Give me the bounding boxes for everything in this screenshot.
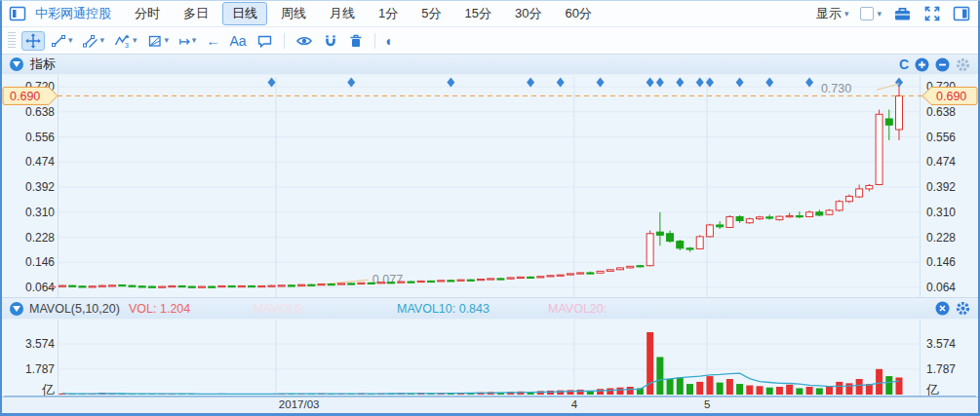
svg-text:0.474: 0.474	[926, 155, 956, 169]
display-label: 显示	[816, 5, 842, 22]
fullscreen-icon[interactable]	[923, 5, 941, 22]
candles	[59, 84, 903, 287]
close-panel-icon[interactable]	[935, 301, 950, 316]
svg-text:3.574: 3.574	[25, 337, 55, 351]
svg-text:0.228: 0.228	[25, 231, 55, 245]
svg-text:0.310: 0.310	[25, 206, 55, 219]
visibility-tool[interactable]	[292, 31, 317, 51]
compare-overlay-tool[interactable]: ◐	[382, 32, 398, 50]
collapse-panel-icon[interactable]	[10, 302, 23, 316]
mavol20-label: MAVOL20:	[548, 298, 607, 319]
time-axis-label: 4	[571, 398, 577, 410]
right-panel-toggle-icon[interactable]	[953, 5, 970, 22]
drawing-toolbar: ▾ ▾ 3 ▾ ▾ ↦ ▾ ← Aa	[2, 27, 978, 55]
collapse-panel-icon[interactable]	[10, 57, 23, 71]
contrast-icon: ◐	[386, 34, 394, 48]
svg-text:0.690: 0.690	[10, 90, 40, 103]
time-axis: 2017/0345	[2, 397, 978, 413]
tab-60分[interactable]: 60分	[555, 2, 601, 25]
left-price-callout: 0.690	[3, 87, 58, 104]
tab-1分[interactable]: 1分	[369, 2, 408, 25]
callout-tool[interactable]	[253, 31, 277, 51]
wave-tool[interactable]: 3 ▾	[110, 31, 141, 51]
move-tool[interactable]	[21, 31, 45, 51]
svg-text:0.310: 0.310	[926, 206, 956, 219]
zoom-out-icon[interactable]	[935, 57, 950, 72]
extend-line-tool[interactable]: ↦ ▾	[175, 32, 200, 50]
tab-15分[interactable]: 15分	[454, 2, 500, 25]
price-gridlines	[59, 75, 921, 297]
trendline-tool[interactable]: ▾	[47, 31, 77, 51]
svg-text:0.474: 0.474	[25, 155, 55, 169]
high-annotation-label: 0.730	[821, 82, 851, 95]
svg-text:1.787: 1.787	[926, 362, 956, 376]
mavol-title: MAVOL(5,10,20)	[29, 298, 120, 319]
svg-text:0.392: 0.392	[25, 180, 55, 194]
event-markers[interactable]	[268, 78, 904, 88]
svg-text:0.638: 0.638	[926, 105, 956, 119]
svg-text:0.064: 0.064	[926, 281, 956, 294]
chevron-down-icon: ▾	[877, 10, 882, 19]
svg-text:3.574: 3.574	[926, 337, 956, 351]
color-swatch	[860, 7, 874, 20]
left-panel-toggle-icon[interactable]	[8, 4, 27, 23]
tab-多日[interactable]: 多日	[174, 2, 218, 25]
settings-gear-icon[interactable]	[956, 57, 970, 72]
tab-月线[interactable]: 月线	[320, 2, 365, 25]
svg-text:0.638: 0.638	[25, 105, 55, 119]
svg-text:1.787: 1.787	[25, 362, 55, 376]
undo-tool[interactable]: ←	[202, 32, 223, 50]
chevron-down-icon: ▾	[165, 36, 170, 45]
channel-tool[interactable]: ▾	[79, 31, 109, 51]
svg-text:0.077: 0.077	[372, 273, 403, 286]
refresh-icon[interactable]: C	[899, 57, 909, 72]
scroll-left-indicator-arrow[interactable]: →	[46, 278, 59, 292]
volume-chart[interactable]: 3.5743.5741.7871.787亿亿	[2, 320, 978, 397]
svg-text:0.392: 0.392	[926, 180, 956, 194]
right-price-callout: 0.690	[922, 87, 977, 104]
svg-text:0.556: 0.556	[25, 131, 55, 144]
delete-tool[interactable]	[344, 31, 368, 51]
display-dropdown[interactable]: 显示 ▾	[816, 5, 849, 22]
volume-axis-labels: 3.5743.5741.7871.787亿亿	[25, 337, 956, 397]
svg-text:0.146: 0.146	[926, 255, 956, 269]
tab-5分[interactable]: 5分	[412, 2, 451, 25]
style-picker-dropdown[interactable]: ▾	[860, 7, 882, 20]
chevron-down-icon: ▾	[100, 36, 105, 45]
settings-gear-icon[interactable]	[956, 301, 970, 316]
time-axis-label: 2017/03	[279, 398, 320, 410]
chevron-down-icon: ▾	[68, 36, 73, 45]
indicator-panel-header: 指标 C	[2, 55, 978, 75]
top-toolbar: 中彩网通控股 分时多日日线周线月线1分5分15分30分60分 显示 ▾ ▾	[2, 1, 978, 27]
tab-日线[interactable]: 日线	[222, 2, 267, 25]
stock-name[interactable]: 中彩网通控股	[35, 5, 111, 22]
svg-text:亿: 亿	[925, 382, 939, 397]
gann-box-tool[interactable]: ▾	[143, 31, 174, 51]
back-arrow-icon: ←	[206, 34, 219, 48]
tab-30分[interactable]: 30分	[505, 2, 551, 25]
period-tabs: 分时多日日线周线月线1分5分15分30分60分	[125, 2, 602, 25]
text-tool-icon: Aa	[229, 34, 246, 48]
svg-text:3: 3	[125, 42, 129, 49]
svg-text:0.690: 0.690	[936, 90, 966, 103]
svg-text:0.556: 0.556	[926, 131, 956, 144]
price-chart-area[interactable]: 0.0770.7300.7200.7200.6380.6380.5560.556…	[2, 75, 978, 297]
price-chart[interactable]: 0.0770.7300.7200.7200.6380.6380.5560.556…	[2, 75, 978, 297]
svg-text:0.146: 0.146	[25, 255, 55, 269]
tab-分时[interactable]: 分时	[125, 2, 170, 25]
mavol5-label: MAVOL5:	[254, 298, 305, 319]
vol-value-label: VOL: 1.204	[129, 298, 190, 319]
indicator-panel-title: 指标	[30, 56, 56, 73]
drag-handle[interactable]	[8, 32, 16, 50]
chevron-down-icon: ▾	[844, 10, 849, 19]
magnet-tool[interactable]	[319, 31, 342, 51]
zoom-in-icon[interactable]	[915, 57, 929, 72]
stock-chart-window: 中彩网通控股 分时多日日线周线月线1分5分15分30分60分 显示 ▾ ▾	[0, 0, 980, 416]
tab-周线[interactable]: 周线	[271, 2, 316, 25]
text-tool[interactable]: Aa	[225, 32, 250, 50]
toolbox-icon[interactable]	[893, 5, 912, 22]
extend-line-icon: ↦	[178, 34, 190, 48]
svg-text:亿: 亿	[41, 382, 55, 397]
volume-chart-area[interactable]: 3.5743.5741.7871.787亿亿	[2, 320, 978, 397]
volume-panel-header: MAVOL(5,10,20) VOL: 1.204 MAVOL5: MAVOL1…	[2, 297, 978, 320]
